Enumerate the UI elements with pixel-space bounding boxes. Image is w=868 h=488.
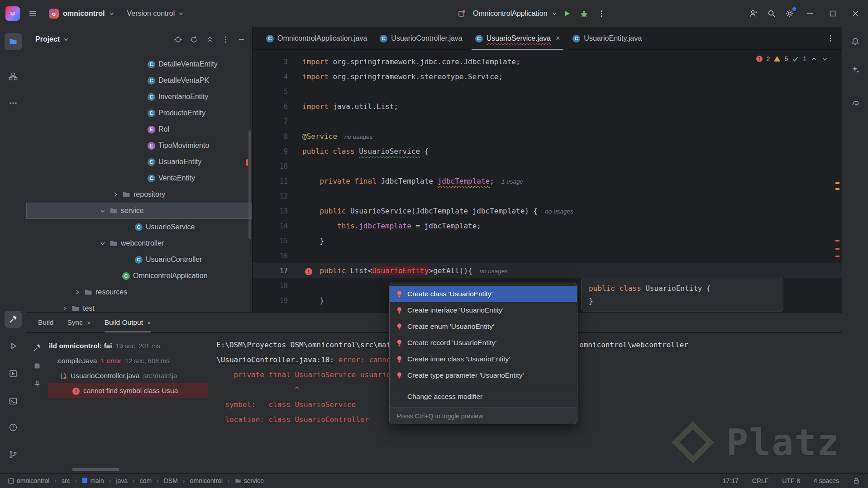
run-config-name[interactable]: OmnicontrolApplication — [473, 9, 548, 18]
build-tree-hscrollbar[interactable] — [72, 468, 119, 471]
breadcrumb-main[interactable]: main — [82, 477, 104, 484]
popup-item[interactable]: Create enum 'UsuarioEntity' — [390, 318, 577, 335]
gradle-tool-icon[interactable] — [847, 95, 864, 112]
rerun-build-icon[interactable] — [31, 342, 43, 354]
maximize-button[interactable] — [823, 4, 843, 24]
chevron-right-icon[interactable] — [73, 289, 81, 296]
tree-item-omnicontrolapplication[interactable]: COmnicontrolApplication — [26, 268, 252, 284]
close-tab-icon[interactable]: × — [87, 319, 91, 327]
breadcrumb-com[interactable]: com — [140, 477, 152, 484]
breadcrumb-omnicontrol[interactable]: omnicontrol — [8, 477, 49, 484]
breadcrumb-java[interactable]: java — [116, 477, 128, 484]
tab-list-icon[interactable] — [826, 34, 835, 43]
tree-item-rol[interactable]: ERol — [26, 121, 252, 137]
code-line-15[interactable]: 15 } — [253, 233, 842, 248]
build-tree-row[interactable]: !cannot find symbol class Usua — [48, 383, 208, 398]
console-file-link[interactable]: \UsuarioController.java:10: — [216, 355, 334, 364]
popup-item[interactable]: Create class 'UsuarioEntity' — [390, 286, 577, 302]
breadcrumb-service[interactable]: service — [235, 477, 264, 484]
breadcrumb-src[interactable]: src — [62, 477, 70, 484]
caret-position[interactable]: 17:17 — [723, 477, 739, 484]
code-line-4[interactable]: 4import org.springframework.stereotype.S… — [253, 69, 842, 84]
indent-setting[interactable]: 4 spaces — [814, 477, 839, 484]
terminal-tool-icon[interactable] — [5, 393, 22, 410]
popup-item[interactable]: Create type parameter 'UsuarioEntity' — [390, 367, 577, 384]
code-editor[interactable]: 3import org.springframework.jdbc.core.Jd… — [253, 50, 842, 312]
tree-item-detalleventaentity[interactable]: CDetalleVentaEntity — [26, 56, 252, 72]
code-line-3[interactable]: 3import org.springframework.jdbc.core.Jd… — [253, 54, 842, 69]
close-tab-icon[interactable]: × — [556, 34, 560, 43]
structure-tool-icon[interactable] — [5, 68, 22, 85]
build-tree-row[interactable]: UsuarioController.javasrc\main\ja — [48, 368, 208, 383]
project-tree-scrollbar[interactable] — [248, 130, 251, 239]
usage-inlay[interactable]: 1 usage — [501, 178, 523, 185]
popup-item[interactable]: Create interface 'UsuarioEntity' — [390, 302, 577, 318]
refresh-icon[interactable] — [190, 35, 198, 44]
notifications-bell-icon[interactable] — [847, 33, 864, 50]
debug-button[interactable] — [577, 6, 592, 21]
console-file-link[interactable]: omnicontrol\webcontroller — [579, 337, 688, 352]
build-tool-icon[interactable] — [5, 311, 22, 328]
build-tree-row[interactable]: :compileJava1 error12 sec, 608 ms — [48, 353, 208, 368]
close-tab-icon[interactable]: × — [147, 319, 151, 327]
code-line-12[interactable]: 12 — [253, 189, 842, 204]
tab-UsuarioController.java[interactable]: CUsuarioController.java — [373, 27, 468, 49]
tree-item-usuarioservice[interactable]: CUsuarioService — [26, 219, 252, 235]
scrollbar-warning-mark[interactable] — [835, 182, 839, 184]
run-button[interactable] — [559, 6, 575, 21]
tree-item-productoentity[interactable]: CProductoEntity — [26, 105, 252, 121]
scrollbar-error-mark[interactable] — [835, 240, 839, 242]
version-control-tool-icon[interactable] — [5, 446, 22, 463]
more-tool-windows-icon[interactable] — [5, 95, 22, 112]
build-tab-sync[interactable]: Sync× — [67, 313, 91, 332]
code-line-6[interactable]: 6import java.util.List; — [253, 99, 842, 114]
usage-inlay[interactable]: no usages — [344, 133, 372, 140]
file-encoding[interactable]: UTF-8 — [782, 477, 800, 484]
popup-item[interactable]: Change access modifier — [390, 389, 577, 405]
code-line-8[interactable]: 8@Serviceno usages — [253, 129, 842, 144]
chevron-right-icon[interactable] — [61, 305, 68, 312]
chevron-down-icon[interactable] — [551, 10, 558, 17]
build-tab-build[interactable]: Build — [38, 313, 53, 332]
chevron-right-icon[interactable] — [111, 191, 119, 198]
panel-options-icon[interactable] — [221, 35, 230, 44]
code-line-10[interactable]: 10 — [253, 159, 842, 174]
tab-UsuarioEntity.java[interactable]: CUsuarioEntity.java — [566, 27, 648, 49]
code-line-14[interactable]: 14 this.jdbcTemplate = jdbcTemplate; — [253, 218, 842, 233]
project-widget[interactable]: o omnicontrol — [45, 6, 119, 21]
pin-tab-icon[interactable] — [31, 378, 43, 390]
breadcrumb-omnicontrol[interactable]: omnicontrol — [190, 477, 223, 484]
popup-item[interactable]: Create inner class 'UsuarioEntity' — [390, 351, 577, 367]
minimize-button[interactable] — [800, 4, 820, 24]
locate-file-icon[interactable] — [174, 35, 182, 44]
lock-icon[interactable] — [853, 477, 860, 484]
chevron-down-icon[interactable] — [63, 36, 69, 43]
services-tool-icon[interactable] — [5, 365, 22, 382]
line-separator[interactable]: CRLF — [752, 477, 769, 484]
code-with-me-icon[interactable] — [746, 6, 761, 21]
code-line-16[interactable]: 16 — [253, 248, 842, 263]
main-menu-icon[interactable] — [24, 5, 41, 22]
tree-item-usuariocontroller[interactable]: CUsuarioController — [26, 251, 252, 268]
code-line-17[interactable]: 17! public List<UsuarioEntity>getAll(){n… — [253, 263, 842, 278]
tab-UsuarioService.java[interactable]: CUsuarioService.java× — [469, 27, 567, 49]
tree-item-inventarioentity[interactable]: CInventarioEntity — [26, 89, 252, 105]
tree-item-resources[interactable]: resources — [26, 284, 252, 300]
tree-item-webcontroller[interactable]: webcontroller — [26, 235, 252, 251]
inspections-widget[interactable]: ! 2 5 1 — [756, 55, 828, 62]
prev-error-icon[interactable] — [811, 56, 817, 62]
project-panel-title[interactable]: Project — [35, 35, 60, 43]
chevron-down-icon[interactable] — [99, 240, 106, 247]
tree-item-repository[interactable]: repository — [26, 186, 252, 203]
build-tab-build-output[interactable]: Build Output× — [105, 313, 151, 332]
collapse-all-icon[interactable] — [205, 35, 214, 44]
code-line-7[interactable]: 7 — [253, 114, 842, 129]
ide-logo-icon[interactable]: IJ — [5, 6, 20, 21]
scrollbar-error-mark[interactable] — [835, 256, 839, 257]
vcs-widget[interactable]: Version control — [123, 7, 188, 20]
usage-inlay[interactable]: no usages — [480, 268, 508, 275]
tree-item-tipomovimiento[interactable]: ETipoMovimiento — [26, 137, 252, 154]
hide-panel-icon[interactable] — [237, 35, 246, 44]
popup-item[interactable]: Create record 'UsuarioEntity' — [390, 335, 577, 351]
stop-build-icon[interactable] — [31, 360, 43, 372]
